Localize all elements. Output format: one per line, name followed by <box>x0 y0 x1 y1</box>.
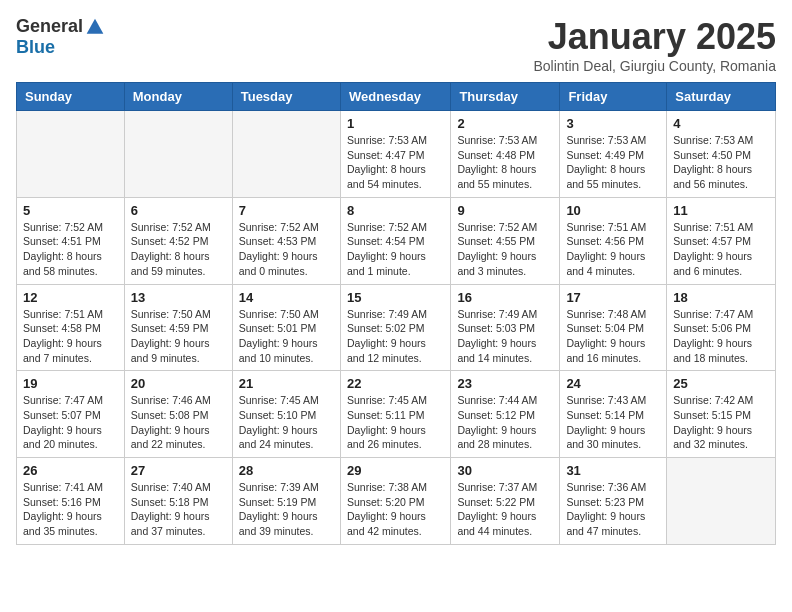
day-info: Sunrise: 7:52 AM Sunset: 4:52 PM Dayligh… <box>131 220 226 279</box>
calendar-week-row: 5Sunrise: 7:52 AM Sunset: 4:51 PM Daylig… <box>17 197 776 284</box>
day-number: 7 <box>239 203 334 218</box>
calendar-cell: 16Sunrise: 7:49 AM Sunset: 5:03 PM Dayli… <box>451 284 560 371</box>
page-header: General Blue January 2025 Bolintin Deal,… <box>16 16 776 74</box>
day-info: Sunrise: 7:51 AM Sunset: 4:56 PM Dayligh… <box>566 220 660 279</box>
title-section: January 2025 Bolintin Deal, Giurgiu Coun… <box>533 16 776 74</box>
day-number: 22 <box>347 376 444 391</box>
day-info: Sunrise: 7:47 AM Sunset: 5:06 PM Dayligh… <box>673 307 769 366</box>
calendar-cell <box>17 111 125 198</box>
day-info: Sunrise: 7:53 AM Sunset: 4:47 PM Dayligh… <box>347 133 444 192</box>
day-number: 9 <box>457 203 553 218</box>
day-info: Sunrise: 7:42 AM Sunset: 5:15 PM Dayligh… <box>673 393 769 452</box>
calendar-cell <box>232 111 340 198</box>
calendar-cell: 22Sunrise: 7:45 AM Sunset: 5:11 PM Dayli… <box>340 371 450 458</box>
calendar-week-row: 12Sunrise: 7:51 AM Sunset: 4:58 PM Dayli… <box>17 284 776 371</box>
calendar-cell: 27Sunrise: 7:40 AM Sunset: 5:18 PM Dayli… <box>124 458 232 545</box>
calendar-cell: 15Sunrise: 7:49 AM Sunset: 5:02 PM Dayli… <box>340 284 450 371</box>
day-info: Sunrise: 7:52 AM Sunset: 4:53 PM Dayligh… <box>239 220 334 279</box>
calendar-cell <box>667 458 776 545</box>
calendar-cell: 11Sunrise: 7:51 AM Sunset: 4:57 PM Dayli… <box>667 197 776 284</box>
day-info: Sunrise: 7:48 AM Sunset: 5:04 PM Dayligh… <box>566 307 660 366</box>
day-number: 4 <box>673 116 769 131</box>
calendar-cell: 21Sunrise: 7:45 AM Sunset: 5:10 PM Dayli… <box>232 371 340 458</box>
calendar-cell: 17Sunrise: 7:48 AM Sunset: 5:04 PM Dayli… <box>560 284 667 371</box>
day-info: Sunrise: 7:53 AM Sunset: 4:50 PM Dayligh… <box>673 133 769 192</box>
day-number: 26 <box>23 463 118 478</box>
calendar-cell: 29Sunrise: 7:38 AM Sunset: 5:20 PM Dayli… <box>340 458 450 545</box>
calendar-table: SundayMondayTuesdayWednesdayThursdayFrid… <box>16 82 776 545</box>
logo-blue: Blue <box>16 37 55 58</box>
calendar-cell: 24Sunrise: 7:43 AM Sunset: 5:14 PM Dayli… <box>560 371 667 458</box>
day-header-friday: Friday <box>560 83 667 111</box>
day-info: Sunrise: 7:51 AM Sunset: 4:57 PM Dayligh… <box>673 220 769 279</box>
day-header-saturday: Saturday <box>667 83 776 111</box>
day-info: Sunrise: 7:49 AM Sunset: 5:02 PM Dayligh… <box>347 307 444 366</box>
day-info: Sunrise: 7:39 AM Sunset: 5:19 PM Dayligh… <box>239 480 334 539</box>
day-header-wednesday: Wednesday <box>340 83 450 111</box>
svg-marker-0 <box>87 18 104 33</box>
day-number: 12 <box>23 290 118 305</box>
day-number: 1 <box>347 116 444 131</box>
day-info: Sunrise: 7:47 AM Sunset: 5:07 PM Dayligh… <box>23 393 118 452</box>
calendar-cell: 14Sunrise: 7:50 AM Sunset: 5:01 PM Dayli… <box>232 284 340 371</box>
day-number: 15 <box>347 290 444 305</box>
calendar-cell: 13Sunrise: 7:50 AM Sunset: 4:59 PM Dayli… <box>124 284 232 371</box>
calendar-cell: 7Sunrise: 7:52 AM Sunset: 4:53 PM Daylig… <box>232 197 340 284</box>
calendar-cell: 1Sunrise: 7:53 AM Sunset: 4:47 PM Daylig… <box>340 111 450 198</box>
day-info: Sunrise: 7:36 AM Sunset: 5:23 PM Dayligh… <box>566 480 660 539</box>
calendar-cell: 20Sunrise: 7:46 AM Sunset: 5:08 PM Dayli… <box>124 371 232 458</box>
calendar-cell: 23Sunrise: 7:44 AM Sunset: 5:12 PM Dayli… <box>451 371 560 458</box>
day-number: 31 <box>566 463 660 478</box>
calendar-cell: 10Sunrise: 7:51 AM Sunset: 4:56 PM Dayli… <box>560 197 667 284</box>
day-info: Sunrise: 7:37 AM Sunset: 5:22 PM Dayligh… <box>457 480 553 539</box>
day-info: Sunrise: 7:52 AM Sunset: 4:55 PM Dayligh… <box>457 220 553 279</box>
calendar-cell: 4Sunrise: 7:53 AM Sunset: 4:50 PM Daylig… <box>667 111 776 198</box>
calendar-week-row: 1Sunrise: 7:53 AM Sunset: 4:47 PM Daylig… <box>17 111 776 198</box>
logo-icon <box>85 17 105 37</box>
calendar-header-row: SundayMondayTuesdayWednesdayThursdayFrid… <box>17 83 776 111</box>
day-number: 28 <box>239 463 334 478</box>
calendar-cell: 26Sunrise: 7:41 AM Sunset: 5:16 PM Dayli… <box>17 458 125 545</box>
day-number: 16 <box>457 290 553 305</box>
day-info: Sunrise: 7:46 AM Sunset: 5:08 PM Dayligh… <box>131 393 226 452</box>
day-number: 3 <box>566 116 660 131</box>
calendar-cell: 28Sunrise: 7:39 AM Sunset: 5:19 PM Dayli… <box>232 458 340 545</box>
day-info: Sunrise: 7:50 AM Sunset: 4:59 PM Dayligh… <box>131 307 226 366</box>
calendar-cell: 5Sunrise: 7:52 AM Sunset: 4:51 PM Daylig… <box>17 197 125 284</box>
calendar-cell: 2Sunrise: 7:53 AM Sunset: 4:48 PM Daylig… <box>451 111 560 198</box>
day-number: 8 <box>347 203 444 218</box>
day-number: 25 <box>673 376 769 391</box>
calendar-cell <box>124 111 232 198</box>
day-number: 11 <box>673 203 769 218</box>
day-number: 17 <box>566 290 660 305</box>
day-number: 29 <box>347 463 444 478</box>
day-info: Sunrise: 7:53 AM Sunset: 4:48 PM Dayligh… <box>457 133 553 192</box>
calendar-cell: 8Sunrise: 7:52 AM Sunset: 4:54 PM Daylig… <box>340 197 450 284</box>
calendar-cell: 31Sunrise: 7:36 AM Sunset: 5:23 PM Dayli… <box>560 458 667 545</box>
day-number: 6 <box>131 203 226 218</box>
day-info: Sunrise: 7:44 AM Sunset: 5:12 PM Dayligh… <box>457 393 553 452</box>
calendar-cell: 25Sunrise: 7:42 AM Sunset: 5:15 PM Dayli… <box>667 371 776 458</box>
day-number: 30 <box>457 463 553 478</box>
day-number: 20 <box>131 376 226 391</box>
day-number: 18 <box>673 290 769 305</box>
day-number: 27 <box>131 463 226 478</box>
calendar-cell: 12Sunrise: 7:51 AM Sunset: 4:58 PM Dayli… <box>17 284 125 371</box>
logo: General Blue <box>16 16 105 58</box>
day-info: Sunrise: 7:51 AM Sunset: 4:58 PM Dayligh… <box>23 307 118 366</box>
day-number: 21 <box>239 376 334 391</box>
calendar-week-row: 19Sunrise: 7:47 AM Sunset: 5:07 PM Dayli… <box>17 371 776 458</box>
logo-general: General <box>16 16 83 37</box>
day-number: 13 <box>131 290 226 305</box>
day-number: 24 <box>566 376 660 391</box>
calendar-cell: 30Sunrise: 7:37 AM Sunset: 5:22 PM Dayli… <box>451 458 560 545</box>
day-info: Sunrise: 7:53 AM Sunset: 4:49 PM Dayligh… <box>566 133 660 192</box>
location-title: Bolintin Deal, Giurgiu County, Romania <box>533 58 776 74</box>
day-info: Sunrise: 7:52 AM Sunset: 4:54 PM Dayligh… <box>347 220 444 279</box>
day-number: 23 <box>457 376 553 391</box>
day-header-sunday: Sunday <box>17 83 125 111</box>
calendar-cell: 6Sunrise: 7:52 AM Sunset: 4:52 PM Daylig… <box>124 197 232 284</box>
day-number: 10 <box>566 203 660 218</box>
day-info: Sunrise: 7:50 AM Sunset: 5:01 PM Dayligh… <box>239 307 334 366</box>
day-info: Sunrise: 7:41 AM Sunset: 5:16 PM Dayligh… <box>23 480 118 539</box>
